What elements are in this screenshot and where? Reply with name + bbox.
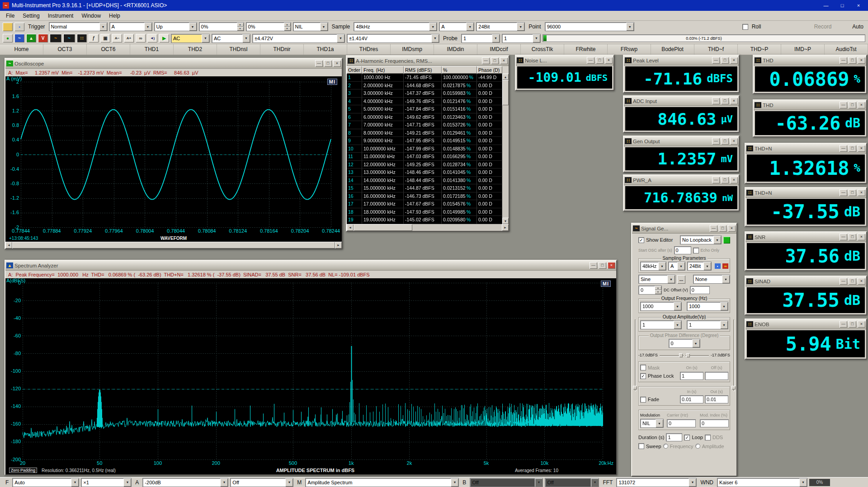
chevron-down-icon[interactable]: ▼ <box>722 275 730 283</box>
chevron-down-icon[interactable]: ▼ <box>242 34 250 42</box>
meter-close-button[interactable]: × <box>858 321 865 328</box>
chevron-down-icon[interactable]: ▼ <box>658 262 666 270</box>
meter-titlebar-noise[interactable]: ∷Noise L...—□× <box>516 56 613 66</box>
meter-maximize-button[interactable]: □ <box>849 321 856 328</box>
tab-thd~f[interactable]: THD~f <box>694 44 738 55</box>
tab-imdsmp[interactable]: IMDsmp <box>391 44 434 55</box>
signal-generator-b-icon[interactable]: ~ <box>63 34 75 42</box>
modulation-combo[interactable]: NIL▼ <box>640 419 664 428</box>
speaker-icon[interactable]: ◄) <box>147 34 157 42</box>
spectrum-close-button[interactable]: × <box>608 262 615 269</box>
probe-a-combo[interactable]: 1▼ <box>461 34 500 43</box>
open-file-icon[interactable] <box>3 23 13 31</box>
meter-maximize-button[interactable]: □ <box>721 57 729 64</box>
phase-lock-input[interactable]: 1 <box>680 372 703 380</box>
meter-close-button[interactable]: × <box>858 189 865 196</box>
hold-icon[interactable]: ▣ <box>100 34 110 42</box>
meter-titlebar-gen[interactable]: ∷Gen Output—□× <box>624 136 739 146</box>
dc-offset-input[interactable]: 0 <box>690 286 710 294</box>
meter-close-button[interactable]: × <box>730 98 738 104</box>
start-osc-input[interactable]: 0 <box>674 246 691 254</box>
oscilloscope-minimize-button[interactable]: — <box>315 60 323 67</box>
attenuation-combo[interactable]: -200dB▼ <box>142 478 228 487</box>
tab-frwhite[interactable]: FRwhite <box>564 44 608 55</box>
waveform-a-combo[interactable]: Sine▼ <box>638 275 675 284</box>
table-row[interactable]: 1212.000000 kHz-149.25 dBFS0.0128734%0.0… <box>347 161 502 169</box>
fade-out-input[interactable]: 0.01 <box>705 395 728 403</box>
oscilloscope-window-icon[interactable]: ~ <box>14 34 24 42</box>
fine-adjust-spinner[interactable]: 0▲▼ <box>638 286 662 295</box>
meter-titlebar-sinad[interactable]: ∷SINAD—□× <box>745 276 866 286</box>
spin-up-icon[interactable]: ▲ <box>237 23 244 27</box>
range-a-combo[interactable]: ±4.472V▼ <box>252 34 345 43</box>
meter-titlebar-thd_db[interactable]: ∷THD—□× <box>754 100 866 110</box>
frequency-b-combo[interactable]: 1000▼ <box>687 302 728 311</box>
display-mode-combo[interactable]: Amplitude Spectrum▼ <box>305 478 459 487</box>
meter-minimize-button[interactable]: — <box>840 102 847 108</box>
points-combo[interactable]: 96000▼ <box>545 22 634 31</box>
coupling-a-combo[interactable]: AC▼ <box>171 34 210 43</box>
meter-close-button[interactable]: × <box>858 278 865 285</box>
meter-minimize-button[interactable]: — <box>840 321 847 328</box>
chevron-down-icon[interactable]: ▼ <box>713 236 721 244</box>
gen-channel-combo[interactable]: A▼ <box>668 262 685 271</box>
tab-imd~p[interactable]: IMD~P <box>781 44 825 55</box>
slider-knob[interactable] <box>679 353 683 357</box>
hpf-combo[interactable]: NIL▼ <box>293 22 328 31</box>
derived-data-icon[interactable]: ƒ <box>89 34 99 42</box>
show-editor-checkbox[interactable]: ✓ <box>638 237 644 243</box>
tab-oct3[interactable]: OCT3 <box>43 44 87 55</box>
siggen-close-button[interactable]: × <box>728 225 736 232</box>
save-file-icon[interactable]: ▪ <box>14 23 24 31</box>
chevron-down-icon[interactable]: ▼ <box>285 478 293 487</box>
spectrum-titlebar[interactable]: ▲ Spectrum Analyzer — □ × <box>5 261 616 271</box>
fade-checkbox[interactable] <box>640 397 646 403</box>
chevron-down-icon[interactable]: ▼ <box>220 478 228 487</box>
chevron-down-icon[interactable]: ▼ <box>656 419 663 427</box>
harmonics-vscroll-thumb[interactable] <box>502 80 509 105</box>
chevron-down-icon[interactable]: ▼ <box>667 275 675 283</box>
table-row[interactable]: 77.000000 kHz-147.71 dBFS0.0153726%0.00 … <box>347 121 502 129</box>
meter-minimize-button[interactable]: — <box>840 234 847 240</box>
oscilloscope-titlebar[interactable]: ~ Oscilloscope — □ × <box>5 59 342 69</box>
channel-b-mode1-combo[interactable]: Off▼ <box>470 478 543 487</box>
chevron-down-icon[interactable]: ▼ <box>429 23 437 31</box>
harmonics-maximize-button[interactable]: □ <box>491 57 499 64</box>
harmonics-close-button[interactable]: × <box>500 57 508 64</box>
meter-maximize-button[interactable]: □ <box>849 57 856 64</box>
sweep-amplitude-radio[interactable] <box>695 444 700 449</box>
harmonics-col-header[interactable]: Phase (D) <box>477 66 502 74</box>
harmonics-col-header[interactable]: Freq. (Hz) <box>362 66 404 74</box>
app-maximize-button[interactable]: □ <box>835 1 849 10</box>
spectrum-window-icon[interactable]: ▲ <box>26 34 36 42</box>
meter-minimize-button[interactable]: — <box>840 57 847 64</box>
dds-checkbox[interactable] <box>705 435 711 440</box>
chevron-down-icon[interactable]: ▼ <box>517 23 524 31</box>
slider-knob[interactable] <box>633 386 637 389</box>
oscilloscope-maximize-button[interactable]: □ <box>324 60 332 67</box>
meter-titlebar-snr[interactable]: ∷SNR—□× <box>745 232 866 242</box>
meter-minimize-button[interactable]: — <box>712 57 720 64</box>
ddp-viewer-icon[interactable]: ∷ <box>77 34 87 42</box>
phase-lock-checkbox[interactable]: ✓ <box>640 373 646 379</box>
trigger-level-spinner[interactable]: 0%▲▼ <box>199 22 244 31</box>
font-decrease-icon[interactable]: A− <box>112 34 122 42</box>
frequency-mode-combo[interactable]: Auto▼ <box>12 478 79 487</box>
chevron-down-icon[interactable]: ▼ <box>466 23 474 31</box>
harmonics-hscrollbar[interactable]: ◄ ► <box>347 224 509 231</box>
tab-imddin[interactable]: IMDdin <box>434 44 477 55</box>
tab-thd1[interactable]: THD1 <box>130 44 174 55</box>
tab-audiotst[interactable]: AudioTst <box>825 44 868 55</box>
menu-file[interactable]: File <box>2 13 19 19</box>
siggen-minimize-button[interactable]: — <box>710 225 717 232</box>
table-row[interactable]: 11000.000 Hz-71.45 dBFS100.000000%-44.99… <box>347 74 502 82</box>
meter-titlebar-enob[interactable]: ∷ENOB—□× <box>745 319 866 329</box>
meter-minimize-button[interactable]: — <box>840 189 847 196</box>
meter-titlebar-peak[interactable]: ∷Peak Level—□× <box>624 56 739 66</box>
meter-titlebar-pwr[interactable]: ∷PWR_A—□× <box>624 175 739 185</box>
tab-thdnir[interactable]: THDnir <box>260 44 304 55</box>
meter-minimize-button[interactable]: — <box>712 98 720 104</box>
chevron-down-icon[interactable]: ▼ <box>451 478 458 487</box>
chevron-down-icon[interactable]: ▼ <box>703 262 711 270</box>
spin-up-icon[interactable]: ▲ <box>655 286 661 290</box>
